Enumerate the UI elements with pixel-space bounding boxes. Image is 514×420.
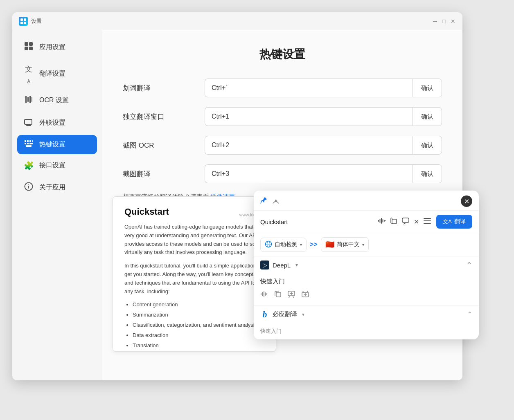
sidebar-item-external-settings[interactable]: 外联设置 <box>17 112 97 133</box>
hotkey-row-screenshot-translate: 截图翻译 Ctrl+3 确认 <box>123 164 442 183</box>
svg-rect-1 <box>24 18 26 21</box>
svg-rect-15 <box>25 140 26 142</box>
bing-expand-icon[interactable]: ⌃ <box>467 310 472 318</box>
hotkey-label-0: 划词翻译 <box>123 83 205 93</box>
svg-rect-35 <box>424 218 431 219</box>
bing-section-content: 快速入门 <box>254 323 479 339</box>
chat-icon[interactable] <box>401 217 410 227</box>
source-lang-arrow: ▾ <box>300 243 302 247</box>
hotkey-input-1[interactable]: Ctrl+1 <box>205 107 413 126</box>
bing-dropdown-arrow[interactable]: ▾ <box>302 312 304 317</box>
svg-rect-12 <box>25 119 32 124</box>
deepl-action-add-top[interactable] <box>287 290 295 300</box>
deepl-action-copy[interactable] <box>274 290 282 300</box>
svg-rect-24 <box>28 186 29 189</box>
window-controls: ─ □ ✕ <box>432 18 456 24</box>
external-settings-icon <box>24 117 34 128</box>
svg-rect-45 <box>276 292 281 297</box>
hotkey-input-0[interactable]: Ctrl+` <box>205 79 413 97</box>
hotkey-confirm-0[interactable]: 确认 <box>413 79 442 97</box>
hotkey-row-screenshot-ocr: 截图 OCR Ctrl+2 确认 <box>123 136 442 155</box>
app-icon <box>19 17 28 26</box>
svg-rect-8 <box>25 96 27 103</box>
dismiss-icon[interactable]: ✕ <box>414 218 419 226</box>
quickstart-article: Quickstart www.kkx.net OpenAI has traine… <box>113 196 276 352</box>
svg-rect-4 <box>25 42 28 46</box>
source-lang-selector[interactable]: 自动检测 ▾ <box>260 238 307 252</box>
sidebar-item-translation-settings[interactable]: 文A 翻译设置 <box>17 59 97 88</box>
pin-icon[interactable] <box>260 197 268 206</box>
sidebar-label-translation-settings: 翻译设置 <box>39 70 65 78</box>
deepl-action-add-bottom[interactable] <box>301 290 309 300</box>
sidebar-item-about[interactable]: 关于应用 <box>17 177 97 198</box>
hotkey-confirm-1[interactable]: 确认 <box>413 107 442 126</box>
svg-rect-34 <box>402 218 409 222</box>
svg-rect-29 <box>381 218 382 224</box>
minimize-button[interactable]: ─ <box>432 18 438 24</box>
svg-rect-40 <box>261 293 262 295</box>
hotkey-input-2[interactable]: Ctrl+2 <box>205 136 413 155</box>
sidebar-item-app-settings[interactable]: 应用设置 <box>17 37 97 58</box>
sidebar-label-about: 关于应用 <box>39 183 65 192</box>
sidebar-item-interface-settings[interactable]: 🧩 接口设置 <box>17 156 97 175</box>
sidebar-item-hotkey-settings[interactable]: 热键设置 <box>17 135 97 154</box>
popup-text-row: Quickstart <box>254 211 479 233</box>
translate-button[interactable]: 文A 翻译 <box>436 215 472 229</box>
hotkey-label-3: 截图翻译 <box>123 169 205 179</box>
sidebar-label-external-settings: 外联设置 <box>39 119 65 127</box>
svg-rect-17 <box>29 140 31 142</box>
svg-rect-5 <box>29 42 33 46</box>
svg-rect-30 <box>383 219 383 222</box>
hotkey-label-1: 独立翻译窗口 <box>123 112 205 121</box>
popup-selected-text: Quickstart <box>260 218 373 225</box>
deepl-action-waveform[interactable] <box>260 291 268 299</box>
svg-rect-10 <box>29 96 31 103</box>
svg-rect-2 <box>20 22 23 24</box>
svg-rect-9 <box>27 97 29 102</box>
quickstart-list: Content generation Summarization Classif… <box>133 301 264 352</box>
hotkey-input-3[interactable]: Ctrl+3 <box>205 164 413 183</box>
svg-rect-18 <box>32 140 33 142</box>
svg-rect-16 <box>27 140 29 142</box>
popup-toolbar: ✕ <box>378 217 431 227</box>
bing-section-header[interactable]: b 必应翻译 ▾ ⌃ <box>254 306 479 323</box>
svg-rect-44 <box>266 293 267 295</box>
page-title: 热键设置 <box>123 47 442 62</box>
svg-rect-43 <box>265 292 266 296</box>
list-item-0: Content generation <box>133 301 264 309</box>
target-lang-selector[interactable]: 🇨🇳 简体中文 ▾ <box>321 237 369 252</box>
svg-rect-25 <box>28 184 29 185</box>
deepl-section-header[interactable]: ▷ DeepL ▾ ⌃ <box>254 256 479 274</box>
copy-icon[interactable] <box>390 217 397 227</box>
deepl-result-text: 快速入门 <box>260 277 472 286</box>
deepl-collapse-icon[interactable]: ⌃ <box>466 261 472 270</box>
hotkey-settings-icon <box>24 140 34 149</box>
window-title: 设置 <box>31 18 42 25</box>
hotkey-row-standalone-window: 独立翻译窗口 Ctrl+1 确认 <box>123 107 442 126</box>
translate-icon: 文A <box>443 218 452 225</box>
hotkey-confirm-3[interactable]: 确认 <box>413 164 442 183</box>
hotkey-confirm-2[interactable]: 确认 <box>413 136 442 155</box>
sidebar-label-hotkey-settings: 热键设置 <box>39 140 65 149</box>
about-icon <box>24 182 34 193</box>
close-button[interactable]: ✕ <box>450 18 456 24</box>
popup-close-button[interactable]: ✕ <box>461 195 472 207</box>
app-settings-icon <box>24 42 34 53</box>
source-lang-label: 自动检测 <box>275 241 298 248</box>
sidebar-item-ocr-settings[interactable]: OCR 设置 <box>17 90 97 111</box>
menu-icon[interactable] <box>423 218 431 226</box>
waveform-icon[interactable] <box>378 217 386 227</box>
svg-rect-7 <box>29 47 33 50</box>
svg-rect-36 <box>424 220 431 221</box>
svg-rect-37 <box>424 223 431 224</box>
list-item-5: Many more! <box>133 351 264 352</box>
svg-rect-21 <box>29 143 33 144</box>
target-lang-flag: 🇨🇳 <box>325 240 334 249</box>
svg-rect-32 <box>385 220 386 221</box>
maximize-button[interactable]: □ <box>441 18 447 24</box>
bing-quick-entry-label: 快速入门 <box>260 328 282 334</box>
sidebar-label-app-settings: 应用设置 <box>39 43 65 52</box>
deepl-dropdown-arrow[interactable]: ▾ <box>295 262 298 268</box>
target-lang-label: 简体中文 <box>337 241 360 248</box>
signal-icon <box>272 197 280 206</box>
